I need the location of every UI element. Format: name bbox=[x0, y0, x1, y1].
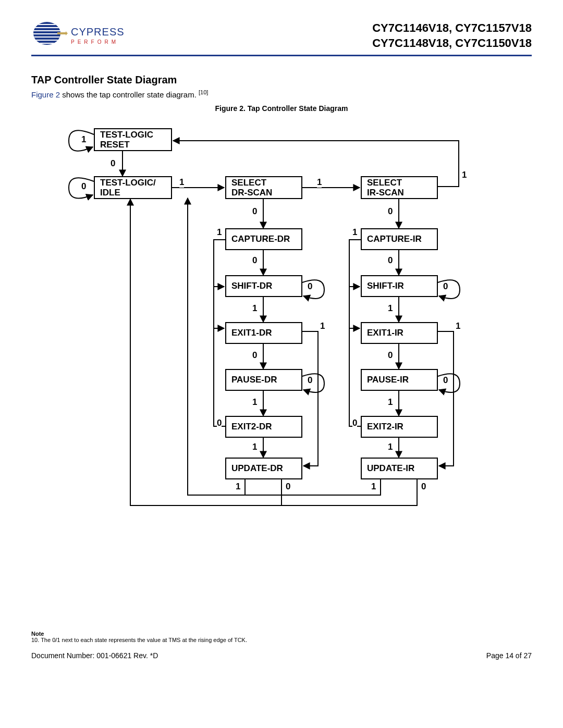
footnote-ref: [10] bbox=[199, 89, 208, 95]
edge-label: 0 bbox=[286, 482, 290, 492]
state-diagram: TEST-LOGIC RESET TEST-LOGIC/ IDLE SELECT… bbox=[57, 120, 506, 521]
edge-label: 1 bbox=[456, 321, 460, 331]
edge-label: 1 bbox=[81, 134, 86, 145]
page-header: CYPRESS PERFORM CY7C1146V18, CY7C1157V18… bbox=[31, 21, 532, 56]
edge-label: 1 bbox=[352, 227, 357, 238]
edge-label: 1 bbox=[388, 397, 393, 408]
edge-label: 0 bbox=[111, 158, 115, 169]
state-exit1-ir: EXIT1-IR bbox=[361, 322, 438, 344]
logo-tagline: PERFORM bbox=[71, 39, 125, 45]
state-exit2-dr: EXIT2-DR bbox=[225, 416, 302, 438]
edge-label: 0 bbox=[388, 206, 393, 217]
part-numbers: CY7C1146V18, CY7C1157V18 CY7C1148V18, CY… bbox=[372, 21, 532, 51]
state-capture-dr: CAPTURE-DR bbox=[225, 228, 302, 250]
state-update-ir: UPDATE-IR bbox=[361, 458, 438, 479]
state-exit1-dr: EXIT1-DR bbox=[225, 322, 302, 344]
state-pause-dr: PAUSE-DR bbox=[225, 369, 302, 391]
edge-label: 0 bbox=[388, 350, 393, 361]
svg-rect-2 bbox=[31, 24, 68, 25]
state-shift-ir: SHIFT-IR bbox=[361, 275, 438, 297]
note-text: 10. The 0/1 next to each state represent… bbox=[31, 637, 532, 643]
state-select-ir-scan: SELECT IR-SCAN bbox=[361, 176, 438, 199]
page-number: Page 14 of 27 bbox=[486, 651, 532, 660]
svg-rect-6 bbox=[31, 36, 68, 38]
svg-rect-1 bbox=[31, 21, 68, 50]
edge-label: 1 bbox=[252, 303, 257, 314]
edge-label: 0 bbox=[388, 255, 393, 266]
edge-label: 1 bbox=[320, 321, 325, 331]
edge-label: 0 bbox=[443, 281, 448, 292]
logo-name: CYPRESS bbox=[71, 26, 125, 38]
footnote: Note 10. The 0/1 next to each state repr… bbox=[31, 631, 532, 643]
edge-label: 0 bbox=[217, 418, 222, 428]
svg-rect-4 bbox=[31, 30, 68, 31]
cypress-globe-icon bbox=[31, 21, 68, 50]
svg-rect-8 bbox=[31, 43, 68, 44]
parts-line-2: CY7C1148V18, CY7C1150V18 bbox=[372, 36, 532, 51]
page-footer: Document Number: 001-06621 Rev. *D Page … bbox=[31, 651, 532, 660]
svg-rect-3 bbox=[31, 27, 68, 28]
edge-label: 1 bbox=[388, 442, 393, 452]
state-update-dr: UPDATE-DR bbox=[225, 458, 302, 479]
figure-caption: Figure 2. Tap Controller State Diagram bbox=[31, 104, 532, 113]
note-heading: Note bbox=[31, 631, 532, 637]
edge-label: 0 bbox=[352, 418, 357, 428]
state-shift-dr: SHIFT-DR bbox=[225, 275, 302, 297]
edge-label: 0 bbox=[252, 255, 257, 266]
edge-label: 0 bbox=[252, 350, 257, 361]
edge-label: 1 bbox=[236, 482, 240, 492]
edge-label: 1 bbox=[317, 177, 322, 188]
state-run-test-idle: TEST-LOGIC/ IDLE bbox=[94, 176, 172, 199]
edge-label: 1 bbox=[252, 442, 257, 452]
state-pause-ir: PAUSE-IR bbox=[361, 369, 438, 391]
edge-label: 0 bbox=[443, 375, 448, 386]
edge-label: 1 bbox=[217, 227, 222, 238]
edge-label: 0 bbox=[421, 482, 426, 492]
edge-label: 1 bbox=[371, 482, 376, 492]
doc-number: Document Number: 001-06621 Rev. *D bbox=[31, 651, 158, 660]
intro-text: Figure 2 shows the tap controller state … bbox=[31, 89, 532, 99]
logo: CYPRESS PERFORM bbox=[31, 21, 125, 50]
section-title: TAP Controller State Diagram bbox=[31, 74, 532, 86]
edge-label: 0 bbox=[308, 281, 312, 292]
edge-label: 1 bbox=[388, 303, 393, 314]
edge-label: 0 bbox=[81, 181, 86, 192]
state-exit2-ir: EXIT2-IR bbox=[361, 416, 438, 438]
edge-label: 1 bbox=[462, 170, 467, 180]
edge-label: 0 bbox=[252, 206, 257, 217]
state-capture-ir: CAPTURE-IR bbox=[361, 228, 438, 250]
svg-rect-7 bbox=[31, 40, 68, 41]
figure-link[interactable]: Figure 2 bbox=[31, 90, 60, 99]
edge-label: 1 bbox=[179, 177, 184, 188]
state-test-logic-reset: TEST-LOGIC RESET bbox=[94, 128, 172, 151]
edge-label: 1 bbox=[252, 397, 257, 408]
state-select-dr-scan: SELECT DR-SCAN bbox=[225, 176, 302, 199]
parts-line-1: CY7C1146V18, CY7C1157V18 bbox=[372, 21, 532, 36]
edge-label: 0 bbox=[308, 375, 312, 386]
